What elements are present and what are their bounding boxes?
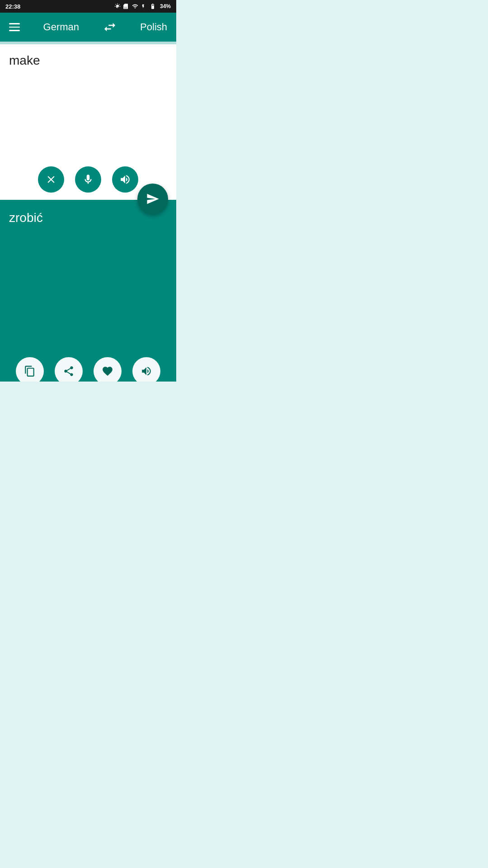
source-panel: make — [0, 44, 176, 200]
status-icons: 34% — [114, 3, 171, 9]
menu-button[interactable] — [9, 23, 20, 31]
source-language-selector[interactable]: German — [43, 21, 79, 33]
source-text-input[interactable]: make — [9, 53, 167, 162]
share-button[interactable] — [55, 357, 83, 382]
time: 22:38 — [5, 3, 20, 10]
translation-output: zrobić — [9, 211, 167, 353]
favorite-button[interactable] — [94, 357, 122, 382]
status-bar: 22:38 34% — [0, 0, 176, 13]
microphone-button[interactable] — [75, 166, 101, 193]
battery-percentage: 34% — [160, 3, 171, 9]
toolbar: German Polish — [0, 13, 176, 42]
translate-fab-button[interactable] — [137, 184, 168, 214]
speak-translation-button[interactable] — [132, 357, 160, 382]
swap-languages-button[interactable] — [103, 20, 117, 34]
copy-button[interactable] — [16, 357, 44, 382]
speak-source-button[interactable] — [112, 166, 138, 193]
translation-panel: zrobić — [0, 200, 176, 382]
translation-action-bar — [9, 353, 167, 382]
clear-button[interactable] — [38, 166, 64, 193]
target-language-selector[interactable]: Polish — [140, 21, 167, 33]
